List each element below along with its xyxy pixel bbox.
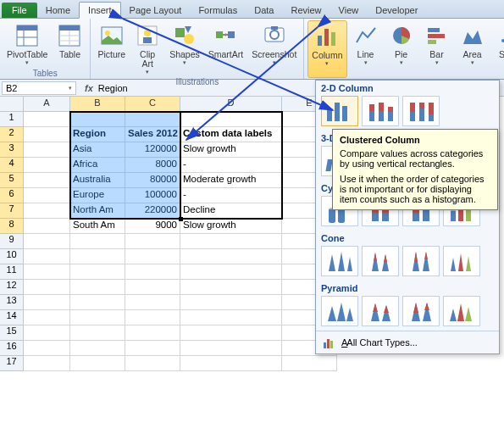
all-chart-types-button[interactable]: AAll Chart Types...: [316, 331, 499, 353]
cell[interactable]: 220000: [125, 203, 180, 219]
cell[interactable]: [70, 356, 125, 371]
cell[interactable]: [24, 280, 70, 295]
col-header[interactable]: B: [70, 97, 125, 112]
cell[interactable]: Australia: [70, 173, 125, 188]
cell[interactable]: [180, 112, 282, 127]
tab-developer[interactable]: Developer: [367, 3, 426, 18]
chart-type-pyramid-stacked[interactable]: [362, 296, 399, 326]
chart-type-stacked-column[interactable]: [362, 96, 399, 126]
cell[interactable]: [70, 326, 125, 341]
row-header[interactable]: 13: [0, 295, 24, 310]
pie-chart-button[interactable]: Pie▾: [385, 20, 418, 78]
cell[interactable]: [24, 264, 70, 280]
cell[interactable]: [24, 249, 70, 264]
cell[interactable]: Decline: [180, 203, 282, 219]
cell[interactable]: Africa: [70, 158, 125, 173]
cell[interactable]: [70, 249, 125, 264]
cell[interactable]: [70, 280, 125, 295]
cell[interactable]: [282, 356, 337, 371]
cell[interactable]: [125, 295, 180, 310]
tab-insert[interactable]: Insert: [79, 2, 121, 19]
cell[interactable]: [24, 295, 70, 310]
tab-view[interactable]: View: [330, 3, 368, 18]
cell[interactable]: Region: [70, 127, 125, 142]
tab-formulas[interactable]: Formulas: [190, 3, 246, 18]
cell[interactable]: [70, 341, 125, 356]
cell[interactable]: [70, 310, 125, 326]
cell[interactable]: [125, 280, 180, 295]
cell[interactable]: Custom data labels: [180, 127, 282, 142]
cell[interactable]: [24, 158, 70, 173]
cell[interactable]: [70, 234, 125, 249]
chart-type-cone-clustered[interactable]: [321, 246, 358, 276]
fx-icon[interactable]: fx: [85, 83, 93, 93]
chart-type-pyramid-3d[interactable]: [443, 296, 480, 326]
tab-home[interactable]: Home: [37, 3, 79, 18]
formula-input[interactable]: [98, 83, 268, 93]
cell[interactable]: [125, 249, 180, 264]
cell[interactable]: [125, 356, 180, 371]
area-chart-button[interactable]: Area▾: [456, 20, 490, 78]
pivottable-button[interactable]: PivotTable▾: [3, 20, 51, 69]
cell[interactable]: [24, 310, 70, 326]
cell[interactable]: [24, 188, 70, 203]
cell[interactable]: [70, 295, 125, 310]
line-chart-button[interactable]: Line▾: [349, 20, 383, 78]
chart-type-clustered-column[interactable]: [321, 96, 358, 126]
cell[interactable]: [70, 112, 125, 127]
cell[interactable]: Asia: [70, 142, 125, 158]
cell[interactable]: [180, 264, 282, 280]
chart-type-pyramid-100[interactable]: [402, 296, 440, 326]
cell[interactable]: [180, 249, 282, 264]
row-header[interactable]: 1: [0, 112, 24, 127]
cell[interactable]: 80000: [125, 173, 180, 188]
cell[interactable]: [125, 112, 180, 127]
cell[interactable]: [24, 356, 70, 371]
cell[interactable]: [24, 219, 70, 234]
cell[interactable]: -: [180, 188, 282, 203]
shapes-button[interactable]: Shapes▾: [166, 20, 203, 77]
cell[interactable]: [24, 234, 70, 249]
col-header[interactable]: C: [125, 97, 180, 112]
cell[interactable]: [24, 127, 70, 142]
select-all-corner[interactable]: [0, 97, 24, 112]
row-header[interactable]: 15: [0, 326, 24, 341]
row-header[interactable]: 17: [0, 356, 24, 371]
tab-file[interactable]: File: [2, 3, 37, 18]
row-header[interactable]: 11: [0, 264, 24, 280]
cell[interactable]: Moderate growth: [180, 173, 282, 188]
cell[interactable]: [125, 234, 180, 249]
cell[interactable]: Slow growth: [180, 219, 282, 234]
cell[interactable]: [180, 341, 282, 356]
cell[interactable]: [180, 356, 282, 371]
row-header[interactable]: 7: [0, 203, 24, 219]
row-header[interactable]: 10: [0, 249, 24, 264]
cell[interactable]: Slow growth: [180, 142, 282, 158]
cell[interactable]: [24, 203, 70, 219]
chart-type-cone-100[interactable]: [402, 246, 440, 276]
picture-button[interactable]: Picture: [94, 20, 129, 77]
row-header[interactable]: 2: [0, 127, 24, 142]
row-header[interactable]: 5: [0, 173, 24, 188]
row-header[interactable]: 8: [0, 219, 24, 234]
cell[interactable]: [125, 341, 180, 356]
row-header[interactable]: 3: [0, 142, 24, 158]
cell[interactable]: [70, 264, 125, 280]
row-header[interactable]: 4: [0, 158, 24, 173]
cell[interactable]: [24, 173, 70, 188]
tab-page-layout[interactable]: Page Layout: [121, 3, 191, 18]
chart-type-cone-stacked[interactable]: [362, 246, 399, 276]
cell[interactable]: [180, 326, 282, 341]
cell[interactable]: [125, 326, 180, 341]
cell[interactable]: [24, 326, 70, 341]
row-header[interactable]: 12: [0, 280, 24, 295]
cell[interactable]: [24, 341, 70, 356]
bar-chart-button[interactable]: Bar▾: [420, 20, 454, 78]
column-chart-button[interactable]: Column▾: [307, 20, 346, 78]
row-header[interactable]: 6: [0, 188, 24, 203]
cell[interactable]: North Am: [70, 203, 125, 219]
clipart-button[interactable]: Clip Art▾: [130, 20, 164, 77]
cell[interactable]: [180, 280, 282, 295]
col-header[interactable]: A: [24, 97, 70, 112]
scatter-chart-button[interactable]: Scat: [491, 20, 505, 78]
